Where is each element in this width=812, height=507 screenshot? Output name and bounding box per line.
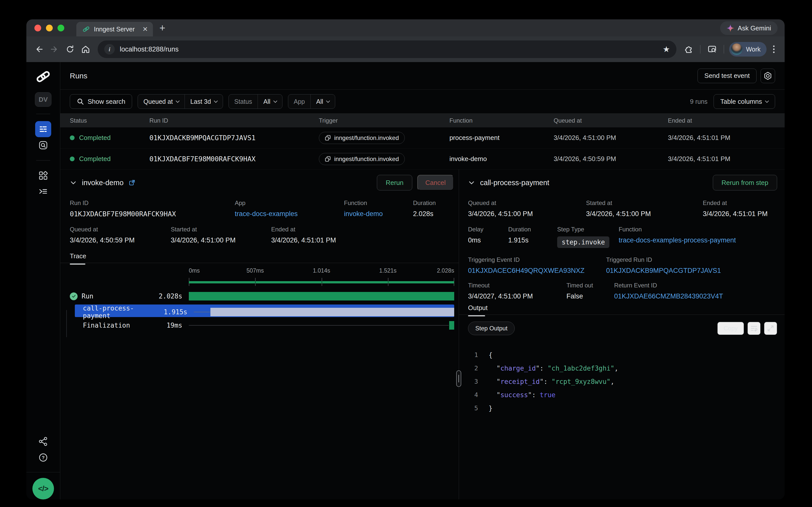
app-filter-dropdown[interactable]: All (310, 95, 335, 109)
expand-button[interactable] (764, 322, 777, 335)
maximize-window-button[interactable] (58, 24, 64, 32)
toolbar-divider (700, 45, 700, 54)
browser-menu-icon[interactable] (769, 46, 778, 53)
col-function: Function (449, 117, 554, 124)
table-row[interactable]: Completed 01KJXDACKB9MPQACGTDP7JAVS1 inn… (60, 127, 785, 149)
trigger-pill[interactable]: inngest/function.invoked (319, 153, 405, 165)
runs-count: 9 runs (690, 98, 707, 105)
env-badge[interactable]: DV (35, 92, 52, 107)
step-info-row-4: Timeout 3/4/2027, 4:51:00 PM Timed out F… (468, 282, 723, 300)
status-label: Completed (79, 155, 111, 163)
step-info-row-3: Triggering Event ID 01KJXDACEC6H49QRQXWE… (468, 256, 721, 275)
external-link-icon[interactable] (129, 179, 136, 186)
close-window-button[interactable] (35, 24, 41, 32)
sidebar-item-events[interactable] (35, 137, 51, 153)
forward-icon[interactable] (48, 43, 61, 56)
word-wrap-button[interactable] (747, 322, 760, 335)
code-block[interactable]: 1{2 "charge_id": "ch_1abc2def3ghi",3 "re… (468, 348, 777, 415)
address-bar[interactable]: i localhost:8288/runs ★ (98, 41, 676, 58)
status-filter: Status All (229, 94, 283, 109)
sidebar-item-apps[interactable] (35, 168, 51, 184)
triggered-run-id-label: Triggered Run ID (606, 256, 721, 263)
triggering-event-id-link[interactable]: 01KJXDACEC6H49QRQXWEA93NXZ (468, 267, 606, 275)
reload-icon[interactable] (64, 43, 77, 56)
svg-text:?: ? (42, 455, 45, 460)
step-info-row-2: Delay 0ms Duration 1.915s Step Type step… (468, 226, 736, 248)
status-filter-label-part: Status (229, 95, 258, 109)
extensions-icon[interactable] (682, 43, 695, 56)
trigger-pill[interactable]: inngest/function.invoked (319, 132, 405, 144)
collapse-chevron-icon[interactable] (70, 179, 77, 186)
trace-row-run[interactable]: Run 2.028s (70, 290, 454, 302)
table-row[interactable]: Completed 01KJXDACBF7E98M00RAFCK9HAX inn… (60, 149, 785, 170)
axis-tick-label: 1.521s (379, 267, 396, 274)
trace-timeline: 0ms 507ms 1.014s 1.521s 2.028s (70, 267, 454, 332)
col-queued-at: Queued at (554, 117, 668, 124)
queued-at-label: Queued at (468, 200, 586, 207)
browser-window: Inngest Server ✕ + Ask Gemini (26, 19, 785, 500)
code-line: 4 "success": true (468, 388, 777, 401)
active-tab-underline (468, 315, 485, 316)
trigger-name: inngest/function.invoked (334, 134, 399, 142)
rerun-button[interactable]: Rerun (377, 175, 412, 190)
chevron-down-icon (214, 99, 218, 103)
active-tab-underline (70, 264, 85, 265)
function-link[interactable]: invoke-demo (344, 210, 413, 218)
time-range-label: Last 3d (190, 98, 211, 105)
app-link[interactable]: trace-docs-examples (235, 210, 344, 218)
help-icon[interactable]: ? (35, 449, 51, 465)
tab-search-icon[interactable] (705, 43, 719, 56)
triggering-event-id-label: Triggering Event ID (468, 256, 606, 263)
settings-button[interactable] (760, 69, 775, 83)
chevron-down-icon (176, 99, 180, 103)
pane-resize-handle[interactable] (456, 370, 461, 387)
trace-row-finalization[interactable]: Finalization 19ms (70, 319, 454, 332)
show-search-label: Show search (87, 98, 125, 106)
new-tab-button[interactable]: + (160, 23, 165, 33)
duration-label: Duration (508, 226, 557, 233)
status-filter-dropdown[interactable]: All (258, 95, 282, 109)
send-test-event-button[interactable]: Send test event (697, 69, 756, 83)
span-delay-line (194, 312, 210, 312)
profile-button[interactable]: Work (729, 42, 766, 57)
table-columns-button[interactable]: Table columns (713, 94, 775, 109)
collapse-chevron-icon[interactable] (468, 179, 475, 186)
run-id-label: Run ID (70, 200, 235, 207)
code-line: 1{ (468, 348, 777, 361)
copy-button[interactable]: Copy (717, 322, 744, 335)
duration-label: Duration (413, 200, 436, 207)
back-icon[interactable] (33, 43, 46, 56)
run-span-bar (189, 292, 454, 300)
step-info-row-1: Queued at 3/4/2026, 4:51:00 PM Started a… (468, 200, 767, 218)
sidebar-item-functions[interactable] (35, 184, 51, 200)
trace-row-call-process-payment[interactable]: call-process-payment 1.915s (75, 304, 454, 317)
status-dot (70, 157, 75, 161)
dev-tools-button[interactable]: </> (33, 478, 54, 500)
tab-title: Inngest Server (94, 25, 138, 33)
tab-close-icon[interactable]: ✕ (142, 26, 148, 33)
share-icon[interactable] (35, 433, 51, 449)
detail-split: invoke-demo Rerun Cancel Run ID 01KJXDAC… (60, 169, 785, 500)
browser-tab[interactable]: Inngest Server ✕ (76, 22, 153, 37)
site-info-icon[interactable]: i (104, 44, 115, 55)
ended-at-value: 3/4/2026, 4:51:01 PM (668, 155, 785, 163)
return-event-id-link[interactable]: 01KJXDAE66CMZMB28439023V4T (614, 292, 723, 300)
triggered-run-id-link[interactable]: 01KJXDACKB9MPQACGTDP7JAVS1 (606, 267, 721, 275)
queued-at-label: Queued at (70, 226, 171, 233)
app-filter-value: All (316, 98, 323, 105)
home-icon[interactable] (79, 43, 92, 56)
step-output-pill[interactable]: Step Output (468, 322, 515, 335)
ask-gemini-button[interactable]: Ask Gemini (720, 21, 777, 35)
minimize-window-button[interactable] (46, 24, 53, 32)
bookmark-star-icon[interactable]: ★ (663, 45, 670, 54)
cancel-button[interactable]: Cancel (417, 175, 454, 190)
url-text[interactable]: localhost:8288/runs (120, 46, 658, 53)
timeline-minimap[interactable] (70, 277, 454, 288)
time-field-dropdown[interactable]: Queued at (138, 95, 185, 109)
sidebar-item-runs[interactable] (35, 121, 51, 137)
show-search-button[interactable]: Show search (70, 94, 132, 109)
time-range-dropdown[interactable]: Last 3d (185, 95, 223, 109)
step-function-link[interactable]: trace-docs-examples-process-payment (619, 236, 736, 244)
status-dot (70, 135, 75, 140)
rerun-from-step-button[interactable]: Rerun from step (713, 175, 777, 190)
